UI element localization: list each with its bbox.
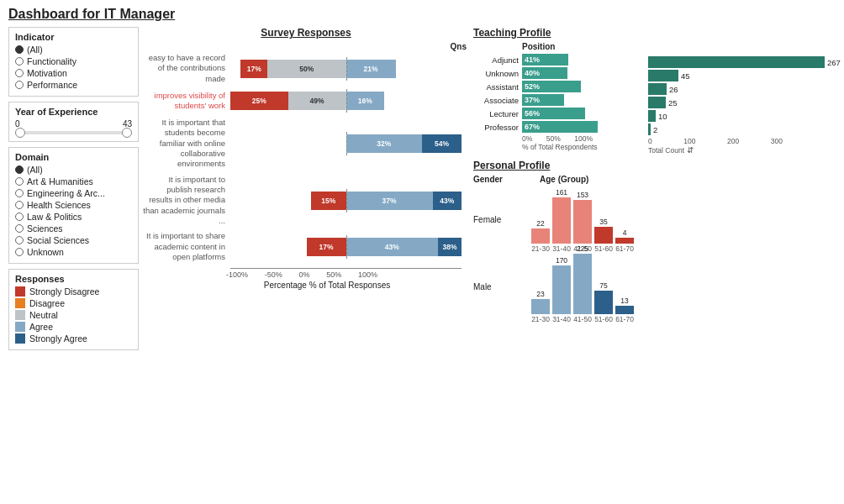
yoe-slider-track (15, 131, 132, 134)
tp-row-professor: Professor 67% (473, 121, 641, 133)
survey-label-2: improves visibility of students' work (142, 91, 230, 112)
age-header: Age (Group) (540, 175, 841, 184)
survey-row-4: It is important to publish research resu… (142, 175, 470, 227)
page-title: Dashboard for IT Manager (8, 7, 836, 22)
legend-strongly-agree: Strongly Agree (15, 333, 132, 344)
survey-row-1: easy to have a record of the contributio… (142, 53, 470, 84)
yoe-slider-thumb-right[interactable] (122, 128, 132, 138)
teaching-profile-section: Teaching Profile Position Adjunct 41% Un… (473, 27, 841, 155)
radio-domain-sciences-icon (15, 224, 24, 233)
tc-row-lecturer: 10 (648, 110, 841, 122)
tp-row-unknown: Unknown 40% (473, 67, 641, 79)
domain-engineering[interactable]: Engineering & Arc... (15, 188, 132, 198)
survey-row-3: It is important that students become fam… (142, 118, 470, 170)
radio-functionality-icon (15, 57, 24, 66)
domain-unknown[interactable]: Unknown (15, 247, 132, 257)
legend-disagree: Disagree (15, 298, 132, 308)
radio-motivation-icon (15, 69, 24, 77)
domain-all[interactable]: (All) (15, 165, 132, 175)
female-label: Female (473, 215, 501, 224)
domain-health[interactable]: Health Sciences (15, 200, 132, 210)
survey-label-5: It is important to share academic conten… (142, 231, 230, 262)
survey-title: Survey Responses (142, 27, 470, 39)
tp-row-lecturer: Lecturer 56% (473, 108, 641, 119)
tc-row-unknown: 45 (648, 70, 841, 81)
domain-social[interactable]: Social Sciences (15, 235, 132, 245)
radio-domain-art-icon (15, 177, 24, 186)
disagree-color (15, 298, 25, 308)
legend-neutral: Neutral (15, 310, 132, 320)
radio-domain-engineering-icon (15, 189, 24, 197)
x-axis-100: 100% (358, 270, 377, 279)
survey-row-5: It is important to share academic conten… (142, 231, 470, 262)
tc-row-assistant: 26 (648, 83, 841, 95)
indicator-filter: Indicator (All) Functionality Motivation… (8, 27, 139, 97)
survey-label-3: It is important that students become fam… (142, 118, 230, 170)
indicator-motivation[interactable]: Motivation (15, 68, 132, 78)
x-axis-0: 0% (298, 270, 309, 279)
age-chart: Age (Group) 22 21-30 161 31-40 (531, 175, 841, 323)
radio-domain-unknown-icon (15, 248, 24, 256)
radio-domain-health-icon (15, 201, 24, 209)
legend-agree: Agree (15, 322, 132, 332)
gender-labels: Gender Female Male (473, 175, 528, 323)
survey-label-1: easy to have a record of the contributio… (142, 53, 230, 84)
tp-row-associate: Associate 37% (473, 94, 641, 106)
personal-title: Personal Profile (473, 160, 841, 171)
domain-filter: Domain (All) Art & Humanities Engineerin… (8, 147, 139, 264)
strongly-agree-color (15, 333, 25, 344)
radio-performance-icon (15, 81, 24, 89)
responses-title: Responses (15, 274, 132, 284)
strongly-disagree-color (15, 286, 25, 297)
radio-all-icon (15, 45, 24, 54)
x-axis-neg100: -100% (226, 270, 248, 279)
x-axis-neg50: -50% (265, 270, 282, 279)
responses-legend: Responses Strongly Disagree Disagree Neu… (8, 269, 139, 350)
survey-chart: easy to have a record of the contributio… (142, 53, 470, 290)
teaching-pct-chart: Position Adjunct 41% Unknown 40% Assista… (473, 42, 641, 155)
male-bars: 23 21-30 170 31-40 225 (531, 256, 841, 323)
center-panel: Survey Responses Qns easy to have a reco… (142, 27, 470, 355)
radio-domain-all-icon (15, 165, 24, 174)
indicator-title: Indicator (15, 32, 132, 42)
radio-domain-law-icon (15, 213, 24, 221)
male-label: Male (473, 282, 492, 291)
tc-row-associate: 25 (648, 97, 841, 108)
tc-row-adjunct: 267 (648, 56, 841, 68)
tc-row-professor: 2 (648, 123, 841, 135)
x-axis-title: Percentage % of Total Responses (264, 281, 390, 290)
position-label: Position (522, 42, 641, 51)
tp-row-assistant: Assistant 52% (473, 81, 641, 92)
right-panel: Teaching Profile Position Adjunct 41% Un… (473, 27, 841, 355)
domain-sciences[interactable]: Sciences (15, 223, 132, 234)
neutral-color (15, 310, 25, 320)
agree-color (15, 322, 25, 332)
survey-col-header: Qns (451, 42, 467, 51)
left-panel: Indicator (All) Functionality Motivation… (8, 27, 139, 355)
yoe-title: Year of Experience (15, 107, 132, 117)
radio-domain-social-icon (15, 236, 24, 244)
x-axis-50: 50% (326, 270, 341, 279)
legend-strongly-disagree: Strongly Disagree (15, 286, 132, 297)
survey-label-4: It is important to publish research resu… (142, 175, 230, 227)
female-bars: 22 21-30 161 31-40 153 (531, 186, 841, 253)
indicator-performance[interactable]: Performance (15, 80, 132, 90)
domain-art[interactable]: Art & Humanities (15, 176, 132, 186)
yoe-slider-thumb-left[interactable] (15, 128, 25, 138)
gender-header: Gender (473, 175, 503, 184)
domain-title: Domain (15, 152, 132, 162)
teaching-count-chart: 267 45 26 25 (648, 42, 841, 155)
personal-profile-section: Personal Profile Gender Female Male (473, 160, 841, 323)
indicator-functionality[interactable]: Functionality (15, 56, 132, 66)
domain-law[interactable]: Law & Politics (15, 212, 132, 222)
indicator-all[interactable]: (All) (15, 45, 132, 55)
survey-row-2: improves visibility of students' work 25… (142, 89, 470, 113)
tp-row-adjunct: Adjunct 41% (473, 54, 641, 66)
teaching-title: Teaching Profile (473, 27, 841, 39)
yoe-filter: Year of Experience 0 43 (8, 102, 139, 142)
